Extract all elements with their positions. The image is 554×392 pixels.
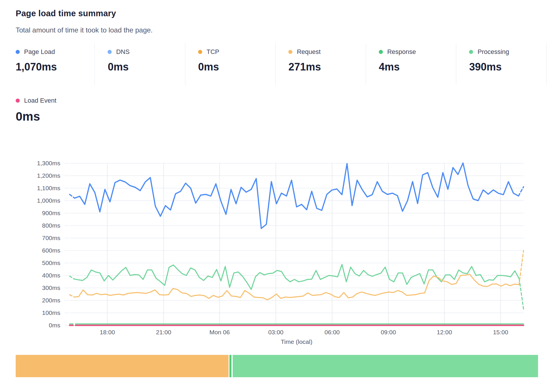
y-tick-label: 1,000ms <box>37 197 60 204</box>
y-tick-label: 500ms <box>42 259 60 266</box>
y-tick-label: 300ms <box>42 284 60 291</box>
tcp-legend-dot-icon <box>198 50 202 54</box>
stat-label: Processing <box>477 48 509 56</box>
y-tick-label: 100ms <box>42 309 60 316</box>
stat-label: TCP <box>207 48 219 56</box>
stat-label: Page Load <box>24 48 55 56</box>
response-legend-dot-icon <box>379 50 383 54</box>
uptime-timeline-bar[interactable] <box>16 355 538 377</box>
series-line-processing <box>519 279 524 309</box>
page-load-legend-dot-icon <box>16 50 20 54</box>
y-tick-label: 1,200ms <box>37 172 60 179</box>
stat-card-tcp: TCP 0ms <box>185 43 276 85</box>
stat-card-page-load: Page Load 1,070ms <box>16 43 95 85</box>
stat-value: 4ms <box>379 61 456 73</box>
timeline-segment-green-range[interactable] <box>233 355 538 377</box>
y-tick-label: 400ms <box>42 272 60 279</box>
stat-card-dns: DNS 0ms <box>95 43 185 85</box>
series-line-request <box>70 295 74 297</box>
page-title: Page load time summary <box>16 9 116 18</box>
stat-card-request: Request 271ms <box>276 43 366 85</box>
timeline-segment-green-sliver[interactable] <box>229 355 231 377</box>
series-line-request <box>519 251 524 284</box>
series-line-page-load <box>75 163 518 228</box>
request-legend-dot-icon <box>288 50 292 54</box>
y-tick-label: 900ms <box>42 210 60 216</box>
timeline-segment-orange-range[interactable] <box>16 355 229 377</box>
y-tick-label: 700ms <box>42 235 60 241</box>
stat-value: 271ms <box>288 61 366 73</box>
series-line-request <box>74 274 519 300</box>
x-tick-label: 12:00 <box>437 329 452 335</box>
load-time-chart: 0ms100ms200ms300ms400ms500ms600ms700ms80… <box>0 157 554 354</box>
x-tick-label: 06:00 <box>325 329 340 335</box>
processing-legend-dot-icon <box>469 50 473 54</box>
x-tick-label: 21:00 <box>156 329 171 335</box>
page-subtitle: Total amount of time it took to load the… <box>16 26 153 34</box>
dns-legend-dot-icon <box>108 50 112 54</box>
y-tick-label: 1,100ms <box>37 185 60 191</box>
stat-card-load-event: Load Event 0ms <box>16 97 95 124</box>
stat-value: 0ms <box>198 61 276 73</box>
series-line-processing <box>70 276 74 279</box>
stat-label: DNS <box>116 48 129 56</box>
y-tick-label: 800ms <box>42 222 60 229</box>
stat-card-response: Response 4ms <box>366 43 457 85</box>
x-tick-label: 09:00 <box>381 329 396 335</box>
y-tick-label: 200ms <box>42 297 60 304</box>
series-line-page-load <box>70 195 75 198</box>
stat-card-processing: Processing 390ms <box>456 43 547 85</box>
y-tick-label: 0ms <box>49 322 60 329</box>
stat-value: 1,070ms <box>16 61 95 73</box>
metrics-summary-row: Page Load 1,070ms DNS 0ms TCP 0ms Reques… <box>16 43 547 85</box>
x-tick-label: 03:00 <box>268 329 284 335</box>
stat-label: Load Event <box>24 97 56 104</box>
x-axis-title: Time (local) <box>281 338 312 345</box>
stat-label: Response <box>387 48 416 56</box>
x-tick-label: 18:00 <box>100 329 115 335</box>
stat-value: 390ms <box>469 61 546 73</box>
stat-value: 0ms <box>108 61 185 73</box>
load-event-legend-dot-icon <box>16 99 20 103</box>
series-line-processing <box>74 264 519 289</box>
stat-label: Request <box>297 48 321 56</box>
stat-value: 0ms <box>16 110 95 124</box>
y-tick-label: 1,300ms <box>37 160 60 166</box>
x-tick-label: 15:00 <box>493 329 508 335</box>
x-tick-label: Mon 06 <box>209 329 230 335</box>
y-tick-label: 600ms <box>42 247 60 254</box>
